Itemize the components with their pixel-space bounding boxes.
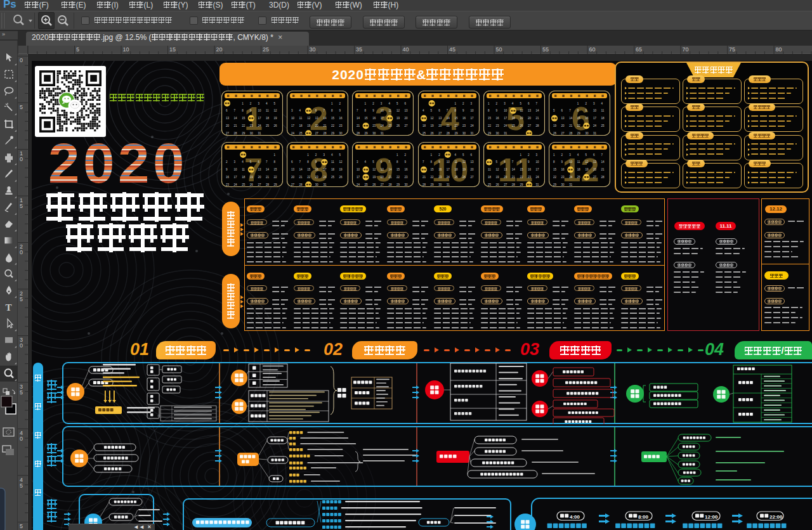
svg-text:15: 15 <box>307 168 311 171</box>
svg-text:21: 21 <box>536 117 540 120</box>
svg-text:18: 18 <box>242 176 246 179</box>
svg-text:13: 13 <box>528 109 532 112</box>
svg-text:24: 24 <box>471 124 475 127</box>
svg-text:28: 28 <box>299 183 303 186</box>
svg-text:14: 14 <box>536 109 540 112</box>
svg-text:28: 28 <box>536 124 540 127</box>
svg-text:13: 13 <box>381 168 384 171</box>
svg-text:25: 25 <box>488 183 492 186</box>
svg-text:27: 27 <box>528 124 532 127</box>
svg-text:11: 11 <box>331 160 334 164</box>
svg-text:30: 30 <box>339 132 343 135</box>
svg-text:22: 22 <box>396 176 400 179</box>
svg-text:29: 29 <box>365 132 369 135</box>
svg-text:10: 10 <box>234 168 238 171</box>
svg-text:5: 5 <box>20 104 23 110</box>
svg-text:17: 17 <box>593 117 597 120</box>
svg-text:20: 20 <box>561 124 565 127</box>
svg-text:31: 31 <box>593 132 597 135</box>
svg-text:31: 31 <box>447 183 450 186</box>
svg-text:23: 23 <box>372 124 376 127</box>
svg-text:14: 14 <box>447 117 450 120</box>
svg-text:0: 0 <box>20 342 23 349</box>
svg-text:25: 25 <box>388 124 392 127</box>
svg-text:14: 14 <box>601 160 605 164</box>
svg-text:16: 16 <box>315 168 319 171</box>
svg-text:12: 12 <box>274 109 278 112</box>
svg-text:28: 28 <box>234 132 238 135</box>
svg-text:28: 28 <box>323 132 327 135</box>
svg-text:20: 20 <box>504 176 508 179</box>
svg-text:13: 13 <box>226 117 230 120</box>
svg-text:20: 20 <box>471 168 475 171</box>
svg-text:19: 19 <box>339 168 343 171</box>
svg-text:14: 14 <box>388 168 392 171</box>
svg-text:12:00: 12:00 <box>705 514 718 520</box>
svg-text:21: 21 <box>234 124 238 127</box>
svg-text:65: 65 <box>636 46 642 53</box>
svg-text:17: 17 <box>504 117 508 120</box>
svg-text:15: 15 <box>454 117 458 120</box>
svg-text:25: 25 <box>422 132 426 135</box>
svg-text:16: 16 <box>405 168 409 171</box>
svg-text:31: 31 <box>471 132 475 135</box>
svg-text:20: 20 <box>438 124 442 127</box>
svg-text:27: 27 <box>258 183 261 186</box>
svg-text:22: 22 <box>307 176 311 179</box>
svg-text:26: 26 <box>339 176 343 179</box>
svg-text:28: 28 <box>266 183 270 186</box>
svg-text:25: 25 <box>365 183 369 186</box>
svg-text:31: 31 <box>504 132 508 135</box>
svg-text:50: 50 <box>496 46 502 53</box>
svg-text:23: 23 <box>226 183 230 186</box>
svg-text:29: 29 <box>242 132 246 135</box>
svg-text:26: 26 <box>496 183 500 186</box>
svg-text:24: 24 <box>447 176 450 179</box>
svg-text:13: 13 <box>315 117 319 120</box>
svg-text:15: 15 <box>242 117 246 120</box>
svg-text:23: 23 <box>496 124 500 127</box>
svg-text:25: 25 <box>454 176 458 179</box>
svg-text:25: 25 <box>263 46 269 53</box>
svg-text:21: 21 <box>266 176 270 179</box>
svg-text:28: 28 <box>447 132 450 135</box>
svg-text:26: 26 <box>431 132 435 135</box>
svg-text:18: 18 <box>601 117 605 120</box>
svg-text:16: 16 <box>496 117 500 120</box>
svg-text:26: 26 <box>274 124 278 127</box>
svg-text:10: 10 <box>258 109 261 112</box>
svg-text:21: 21 <box>388 176 392 179</box>
svg-text:10: 10 <box>569 160 573 164</box>
svg-text:26: 26 <box>520 124 523 127</box>
svg-text:30: 30 <box>315 183 319 186</box>
svg-text:13: 13 <box>593 160 597 164</box>
svg-text:26: 26 <box>396 124 400 127</box>
svg-text:16: 16 <box>585 117 589 120</box>
svg-text:20: 20 <box>315 124 319 127</box>
svg-text:14: 14 <box>299 168 303 171</box>
svg-text:11: 11 <box>242 168 245 171</box>
svg-text:75: 75 <box>729 46 735 53</box>
svg-text:31: 31 <box>258 132 261 135</box>
svg-text:23: 23 <box>462 124 466 127</box>
svg-text:21: 21 <box>569 124 573 127</box>
svg-text:19: 19 <box>431 124 435 127</box>
svg-text:31: 31 <box>381 132 384 135</box>
svg-text:30: 30 <box>561 183 565 186</box>
svg-text:24: 24 <box>504 124 508 127</box>
svg-text:20: 20 <box>528 117 532 120</box>
svg-text:24: 24 <box>593 124 597 127</box>
svg-text:16: 16 <box>561 168 565 171</box>
svg-text:27: 27 <box>593 176 597 179</box>
svg-text:0: 0 <box>20 436 23 442</box>
svg-text:29: 29 <box>577 132 581 135</box>
svg-text:23: 23 <box>315 176 319 179</box>
svg-text:31: 31 <box>323 183 327 186</box>
svg-text:13: 13 <box>438 117 442 120</box>
svg-text:55: 55 <box>542 46 549 53</box>
svg-text:14: 14 <box>323 117 327 120</box>
svg-text:5: 5 <box>20 203 23 209</box>
svg-text:13: 13 <box>471 160 475 164</box>
svg-text:22: 22 <box>553 176 557 179</box>
svg-text:30: 30 <box>438 183 442 186</box>
